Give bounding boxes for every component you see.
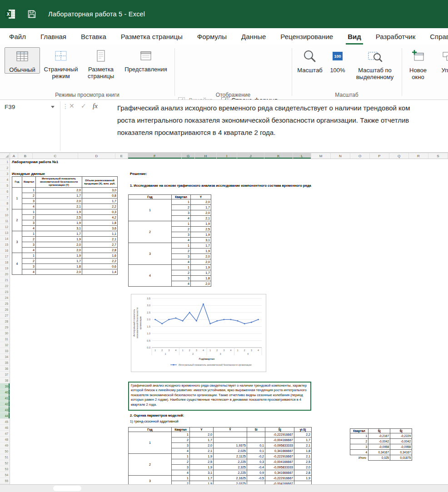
column-header-B[interactable]: B — [18, 153, 33, 159]
insert-function-icon[interactable]: fx — [93, 102, 98, 110]
cell[interactable]: 4 — [172, 259, 191, 265]
cell[interactable]: 3 — [172, 276, 191, 281]
cell[interactable]: 1,9 — [36, 209, 82, 215]
cell[interactable]: 1 — [172, 432, 190, 437]
cell[interactable]: 2 — [172, 459, 190, 465]
cell[interactable]: 0,34167 — [368, 450, 390, 455]
ribbon-tab-4[interactable]: Формулы — [190, 28, 234, 45]
cell[interactable]: 2,5 — [36, 215, 82, 220]
formula-text-line[interactable]: Графический анализ исходного временного … — [117, 102, 448, 114]
row-header-6[interactable]: 6 — [0, 189, 10, 194]
year-cell[interactable]: 2 — [12, 209, 22, 231]
row-header-52[interactable]: 52 — [0, 460, 10, 466]
page-layout-view-button[interactable]: Разметка страницы — [81, 47, 121, 80]
row-header-17[interactable]: 17 — [0, 253, 10, 259]
cell[interactable]: -0,095833333 — [265, 443, 294, 448]
cell[interactable]: 1,7 — [190, 437, 214, 443]
zoom-button[interactable]: Масштаб — [294, 47, 325, 74]
cell[interactable]: -0,222916667 — [265, 476, 294, 481]
cell[interactable]: 1,7 — [82, 199, 118, 204]
cell[interactable]: 2,0 — [191, 254, 211, 259]
cell[interactable]: 3 — [350, 444, 368, 450]
cell[interactable] — [247, 437, 265, 443]
cancel-icon[interactable]: ✕ — [69, 102, 75, 109]
cell[interactable]: 2,0375 — [214, 481, 247, 485]
cell[interactable]: 2 — [172, 227, 191, 232]
row-header-36[interactable]: 36 — [0, 366, 10, 372]
cell[interactable]: 1,9 — [190, 454, 214, 459]
ribbon-tab-6[interactable]: Рецензирование — [273, 28, 340, 45]
cell[interactable]: 2,1 — [191, 216, 211, 221]
row-header-7[interactable]: 7 — [0, 194, 10, 200]
cell[interactable]: -0,2167 — [368, 433, 390, 439]
cell[interactable]: 2,8 — [294, 470, 312, 476]
cell[interactable]: 1,7 — [36, 193, 82, 199]
cell[interactable]: 0,025 — [368, 455, 390, 461]
ribbon-tab-2[interactable]: Вставка — [74, 28, 114, 45]
cell[interactable]: 2 — [172, 481, 190, 485]
cell[interactable]: 3,1 — [190, 470, 214, 476]
row-header-3[interactable]: 3 — [0, 171, 10, 177]
cell[interactable]: 1,7 — [36, 258, 82, 264]
cell[interactable]: -0,004166667 — [265, 481, 294, 485]
cell[interactable]: 0,3 — [82, 209, 118, 215]
zoom-100-button[interactable]: 100 100% — [326, 47, 349, 74]
row-header-44[interactable]: 44 — [0, 413, 10, 419]
cell[interactable]: 1,9 — [191, 221, 211, 227]
cell[interactable] — [214, 432, 247, 437]
cell[interactable]: 1,7 — [190, 476, 214, 481]
cell[interactable]: -0,4 — [247, 465, 265, 470]
row-header-12[interactable]: 12 — [0, 224, 10, 230]
name-box[interactable]: F39 — [0, 100, 60, 114]
cell[interactable] — [247, 432, 265, 437]
column-header-G[interactable]: G — [182, 153, 195, 159]
cell[interactable]: 2,1 — [36, 204, 82, 209]
column-header-N[interactable]: N — [331, 153, 350, 159]
row-header-16[interactable]: 16 — [0, 248, 10, 253]
cell[interactable]: 4 — [172, 281, 191, 287]
cell[interactable]: 2 — [350, 439, 368, 444]
cell[interactable]: 1,7 — [294, 437, 312, 443]
cell[interactable]: 1 — [22, 188, 36, 193]
zoom-to-selection-button[interactable]: Масштаб по выделенному — [350, 47, 400, 80]
cell[interactable]: 1,9 — [191, 248, 211, 254]
cell[interactable]: 3,1 — [191, 238, 211, 243]
row-header-54[interactable]: 54 — [0, 472, 10, 478]
ribbon-tab-0[interactable]: Файл — [2, 28, 33, 45]
cell[interactable]: 2,225 — [214, 459, 247, 465]
cell[interactable]: 2 — [22, 193, 36, 199]
row-header-41[interactable]: 41 — [0, 395, 10, 401]
column-header-O[interactable]: O — [350, 153, 370, 159]
year-cell[interactable]: 1 — [129, 199, 172, 221]
cell[interactable]: 2,2 — [82, 258, 118, 264]
row-header-48[interactable]: 48 — [0, 437, 10, 442]
cell[interactable]: 2,0 — [294, 465, 312, 470]
cell[interactable]: 1 — [350, 433, 368, 439]
column-header-M[interactable]: M — [311, 153, 331, 159]
cell[interactable]: 1 — [172, 476, 190, 481]
formula-text-line[interactable]: роста интегрального показателя экономиче… — [117, 114, 448, 126]
cell[interactable]: 2,0 — [190, 443, 214, 448]
row-header-47[interactable]: 47 — [0, 431, 10, 437]
analysis-textbox[interactable]: Графический анализ исходного временного … — [128, 382, 311, 411]
row-header-28[interactable]: 28 — [0, 318, 10, 324]
cell[interactable]: 1,9375 — [214, 443, 247, 448]
row-header-32[interactable]: 32 — [0, 342, 10, 348]
row-header-49[interactable]: 49 — [0, 442, 10, 448]
cell[interactable]: 0,9 — [247, 470, 265, 476]
select-all-corner[interactable] — [0, 153, 10, 159]
cell[interactable]: 1,9 — [190, 481, 214, 485]
grip-dots-icon[interactable]: ⋮ — [62, 103, 69, 110]
cell[interactable]: 2 — [22, 237, 36, 242]
column-header-J[interactable]: J — [237, 153, 264, 159]
cell[interactable]: 4,2 — [82, 215, 118, 220]
cell[interactable]: 1,7 — [191, 243, 211, 248]
cell[interactable]: 2,2 — [82, 204, 118, 209]
cell[interactable]: 0,1 — [247, 448, 265, 454]
year-cell[interactable]: 4 — [129, 265, 172, 287]
cell[interactable]: -0,004166667 — [265, 437, 294, 443]
cell[interactable]: 0,1 — [247, 443, 265, 448]
row-header-23[interactable]: 23 — [0, 289, 10, 295]
cell[interactable]: -0,0958 — [368, 444, 390, 450]
cell[interactable]: 3 — [22, 264, 36, 269]
